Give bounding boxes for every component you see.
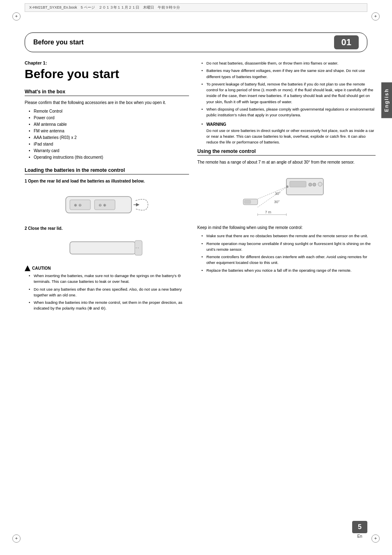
step-2-text: 2 Close the rear lid.	[25, 226, 189, 231]
battery-note: When disposing of used batteries, please…	[201, 106, 376, 118]
header-title: Before you start	[33, 39, 84, 46]
remote-tip: Make sure that there are no obstacles be…	[201, 233, 376, 239]
svg-rect-8	[290, 181, 306, 187]
caution-title: CAUTION	[25, 265, 189, 271]
remote-tip: Remote operation may become unreliable i…	[201, 241, 376, 253]
svg-text:⊖  ⊕: ⊖ ⊕	[99, 203, 106, 207]
english-tab: English	[381, 82, 392, 118]
svg-text:⊕  ⊖: ⊕ ⊖	[74, 203, 82, 207]
warning-item: WARNING Do not use or store batteries in…	[201, 121, 376, 145]
list-item: Remote Control	[29, 108, 189, 115]
corner-mark-bl: ✛	[12, 534, 21, 543]
main-content: Chapter 1: Before you start What's in th…	[25, 60, 367, 313]
svg-text:30°: 30°	[274, 200, 280, 204]
svg-rect-14	[244, 200, 251, 204]
page-number: 5	[352, 521, 367, 533]
remote-tips-list: Make sure that there are no obstacles be…	[197, 233, 376, 273]
battery-note: Do not heat batteries, disassemble them,…	[201, 60, 376, 66]
caution-triangle-icon	[25, 266, 30, 271]
filepath-bar: X-HM21BT_SYXE8_En.book 5 ページ ２０１３年１１月２１日…	[25, 3, 367, 12]
chapter-title: Before you start	[25, 67, 189, 81]
caution-item: Do not use any batteries other than the …	[29, 287, 189, 298]
svg-point-11	[318, 182, 322, 186]
svg-line-16	[258, 187, 287, 207]
svg-rect-5	[70, 242, 136, 254]
battery-note: To prevent leakage of battery fluid, rem…	[201, 81, 376, 105]
list-item: Warranty card	[29, 148, 189, 154]
footer: 5 En	[352, 521, 367, 539]
whats-in-box-list: Remote Control Power cord AM antenna cab…	[25, 108, 189, 161]
keep-in-mind-text: Keep in mind the following when using th…	[197, 224, 376, 231]
caution-item: When loading the batteries into the remo…	[29, 300, 189, 312]
left-column: Chapter 1: Before you start What's in th…	[25, 60, 189, 313]
caution-list: When inserting the batteries, make sure …	[25, 273, 189, 312]
page-en-label: En	[357, 534, 362, 539]
battery-loading-illustration: ⊕ ⊖ ⊖ ⊕	[25, 188, 189, 221]
list-item: FM wire antenna	[29, 128, 189, 134]
corner-mark-tl: ✛	[12, 12, 21, 21]
remote-control-heading: Using the remote control	[197, 148, 376, 156]
whats-in-box-heading: What's in the box	[25, 89, 189, 96]
list-item: AAA batteries (R03) x 2	[29, 134, 189, 141]
caution-label: CAUTION	[32, 265, 51, 271]
chapter-label: Chapter 1:	[25, 60, 189, 65]
right-column: Do not heat batteries, disassemble them,…	[197, 60, 376, 313]
svg-point-10	[313, 183, 316, 186]
svg-text:30°: 30°	[275, 192, 281, 196]
step-1-text: 1 Open the rear lid and load the batteri…	[25, 179, 189, 183]
battery-close-illustration	[25, 236, 189, 260]
remote-control-intro: The remote has a range of about 7 m at a…	[197, 159, 376, 165]
list-item: AM antenna cable	[29, 121, 189, 128]
svg-text:7 m: 7 m	[265, 210, 271, 214]
warning-label: WARNING	[206, 122, 226, 127]
caution-box: CAUTION When inserting the batteries, ma…	[25, 265, 189, 312]
whats-in-box-intro: Please confirm that the following access…	[25, 99, 189, 106]
list-item: Operating instructions (this document)	[29, 154, 189, 161]
list-item: iPad stand	[29, 141, 189, 148]
remote-tip: Remote controllers for different devices…	[201, 254, 376, 266]
svg-point-9	[309, 183, 312, 186]
chapter-number-badge: 01	[334, 35, 359, 49]
warning-text: Do not use or store batteries in direct …	[206, 128, 374, 145]
battery-note: Batteries may have different voltages, e…	[201, 68, 376, 80]
remote-control-illustration: 30° 30° 7 m	[197, 170, 376, 220]
header-bar: Before you start 01	[25, 32, 367, 52]
corner-mark-br: ✛	[371, 534, 380, 543]
svg-line-15	[258, 187, 287, 199]
loading-batteries-heading: Loading the batteries in the remote cont…	[25, 167, 189, 175]
list-item: Power cord	[29, 115, 189, 121]
corner-mark-tr: ✛	[371, 12, 380, 21]
caution-item: When inserting the batteries, make sure …	[29, 273, 189, 285]
battery-notes-list: Do not heat batteries, disassemble them,…	[197, 60, 376, 118]
remote-tip: Replace the batteries when you notice a …	[201, 268, 376, 273]
warning-list: WARNING Do not use or store batteries in…	[197, 121, 376, 145]
